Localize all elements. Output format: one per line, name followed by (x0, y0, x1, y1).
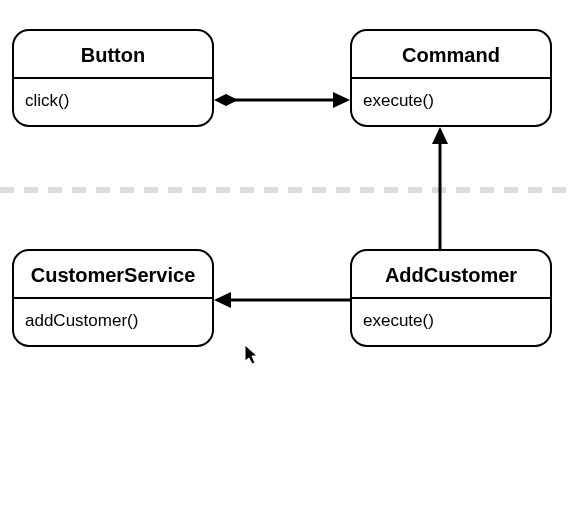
svg-marker-14 (214, 292, 231, 308)
class-customerservice: CustomerService addCustomer() (13, 250, 213, 346)
arrow-button-command (214, 92, 350, 108)
class-addcustomer-title: AddCustomer (385, 264, 517, 286)
svg-marker-10 (333, 92, 350, 108)
cursor-icon (245, 345, 257, 364)
uml-diagram: Button click() Command execute() Custome… (0, 0, 575, 512)
arrow-addcustomer-customerservice (214, 292, 350, 308)
class-command-method: execute() (363, 91, 434, 110)
svg-marker-9 (214, 94, 238, 106)
class-customerservice-title: CustomerService (31, 264, 196, 286)
svg-marker-15 (245, 345, 257, 364)
class-addcustomer-method: execute() (363, 311, 434, 330)
class-customerservice-method: addCustomer() (25, 311, 138, 330)
class-button: Button click() (13, 30, 213, 126)
class-command-title: Command (402, 44, 500, 66)
class-button-title: Button (81, 44, 145, 66)
svg-marker-12 (432, 127, 448, 144)
class-addcustomer: AddCustomer execute() (351, 250, 551, 346)
class-button-method: click() (25, 91, 69, 110)
class-command: Command execute() (351, 30, 551, 126)
